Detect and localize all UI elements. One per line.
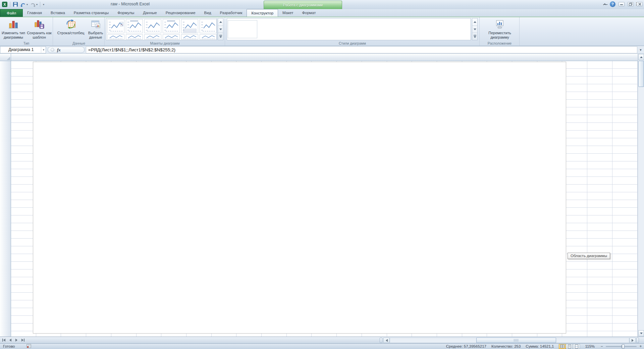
layouts-scroll-up-icon[interactable] xyxy=(218,18,223,26)
tab-файл[interactable]: Файл xyxy=(0,9,23,17)
undo-caret-icon[interactable]: ▾ xyxy=(26,3,28,6)
zoom-level[interactable]: 115% xyxy=(585,344,595,348)
redo-icon[interactable]: ▾ xyxy=(30,1,38,8)
formula-input[interactable]: =РЯД(Лист1!$N$1;;Лист1!$N$2:$N$255;2) xyxy=(86,46,637,53)
chart-layout-thumb[interactable] xyxy=(163,19,180,33)
scroll-right-icon[interactable] xyxy=(630,338,636,343)
zoom-slider-thumb[interactable] xyxy=(622,344,625,349)
move-chart-button[interactable]: Переместить диаграмму xyxy=(484,18,516,41)
horizontal-scroll-thumb[interactable] xyxy=(476,338,556,343)
select-data-button[interactable]: Выбрать данные xyxy=(88,18,104,41)
layouts-more-icon[interactable] xyxy=(218,33,223,40)
tab-формат[interactable]: Формат xyxy=(298,9,320,17)
contextual-tab-banner: Работа с диаграммами xyxy=(264,1,342,9)
column-headers xyxy=(11,54,638,61)
tab-данные[interactable]: Данные xyxy=(139,9,161,17)
expand-formula-bar-icon[interactable]: ▼ xyxy=(638,47,643,53)
chart-layout-thumb[interactable] xyxy=(144,19,161,33)
quick-access-toolbar: X ▾ ▾ ▾ xyxy=(1,1,45,8)
chart-layout-thumb-row2[interactable] xyxy=(144,34,161,40)
save-as-template-button[interactable]: Сохранить как шаблон xyxy=(26,18,52,41)
status-count: Количество: 253 xyxy=(491,344,521,348)
cancel-entry-icon xyxy=(51,48,54,52)
switch-row-column-button[interactable]: Строка/столбец xyxy=(54,18,88,41)
select-all-corner[interactable] xyxy=(0,54,11,61)
tab-разработчик[interactable]: Разработчик xyxy=(215,9,247,17)
styles-scroll-up-icon[interactable] xyxy=(472,18,477,26)
group-label-data: Данные xyxy=(53,41,104,45)
first-sheet-icon[interactable] xyxy=(1,338,6,343)
excel-logo-icon[interactable]: X xyxy=(1,1,8,8)
scrollbar-split-handle[interactable] xyxy=(636,338,639,343)
chart-styles-scroll xyxy=(472,18,478,40)
window-title: raw - Microsoft Excel xyxy=(111,2,150,6)
tab-формулы[interactable]: Формулы xyxy=(113,9,139,17)
fx-area: fx xyxy=(48,47,85,53)
status-bar: Готово Среднее: 57,39565217 Количество: … xyxy=(0,343,644,349)
next-sheet-icon[interactable] xyxy=(14,338,19,343)
tab-вставка[interactable]: Вставка xyxy=(46,9,69,17)
page-layout-view-icon[interactable] xyxy=(566,344,573,349)
zoom-out-icon[interactable]: − xyxy=(600,345,604,348)
tab-split-handle[interactable] xyxy=(380,338,382,343)
save-icon[interactable] xyxy=(12,1,18,8)
group-label-styles: Стили диаграмм xyxy=(225,41,479,45)
chart-layout-thumb[interactable] xyxy=(107,19,124,33)
chart-area[interactable] xyxy=(33,62,566,334)
chart-layout-thumb-row2[interactable] xyxy=(107,34,124,40)
chart-styles-gallery xyxy=(227,18,471,40)
chart-layout-thumb-row2[interactable] xyxy=(126,34,143,40)
previous-sheet-icon[interactable] xyxy=(7,338,13,343)
view-shortcuts xyxy=(559,344,580,349)
tab-вид[interactable]: Вид xyxy=(200,9,216,17)
customize-qat-icon[interactable]: ▾ xyxy=(43,1,45,8)
scroll-left-icon[interactable] xyxy=(383,338,389,343)
layouts-scroll-down-icon[interactable] xyxy=(218,26,223,33)
redo-caret-icon[interactable]: ▾ xyxy=(36,3,38,6)
workbook-close-icon[interactable] xyxy=(637,2,643,6)
chart-layout-thumb[interactable] xyxy=(126,19,143,33)
workbook-restore-icon[interactable] xyxy=(628,2,634,6)
last-sheet-icon[interactable] xyxy=(20,338,25,343)
chart-layout-thumb-row2[interactable] xyxy=(163,34,180,40)
vertical-scrollbar[interactable] xyxy=(638,54,644,337)
save-as-template-icon xyxy=(34,18,45,30)
tab-конструктор[interactable]: Конструктор xyxy=(247,9,278,17)
normal-view-icon[interactable] xyxy=(559,344,566,349)
status-average: Среднее: 57,39565217 xyxy=(446,344,486,348)
chart-layout-thumb-row2[interactable] xyxy=(181,34,198,40)
zoom-in-icon[interactable]: + xyxy=(639,345,643,348)
workbook-minimize-icon[interactable] xyxy=(619,2,625,6)
select-data-icon xyxy=(90,18,101,30)
zoom-slider-track[interactable] xyxy=(606,346,637,347)
styles-more-icon[interactable] xyxy=(472,33,477,40)
chart-layout-thumb[interactable] xyxy=(200,19,217,33)
sheet-nav-buttons xyxy=(1,338,25,343)
insert-function-icon[interactable]: fx xyxy=(57,47,61,53)
undo-icon[interactable]: ▾ xyxy=(20,1,28,8)
tab-рецензирование[interactable]: Рецензирование xyxy=(161,9,200,17)
tab-разметка-страницы[interactable]: Разметка страницы xyxy=(69,9,113,17)
tab-главная[interactable]: Главная xyxy=(23,9,46,17)
excel-window: X ▾ ▾ ▾ raw - Microsoft Excel — ✕ Работа… xyxy=(0,0,644,349)
help-icon[interactable]: ? xyxy=(610,1,615,7)
styles-scroll-down-icon[interactable] xyxy=(472,26,477,33)
group-data: Строка/столбец Выбрать данные Данные xyxy=(53,17,105,46)
name-box[interactable]: Диаграмма 1 xyxy=(0,46,46,53)
scroll-down-icon[interactable] xyxy=(638,330,644,336)
chart-canvas xyxy=(33,62,566,333)
chart-layout-thumb[interactable] xyxy=(181,19,198,33)
chart-layout-thumb-row2[interactable] xyxy=(200,34,217,40)
vertical-scroll-thumb[interactable] xyxy=(638,61,644,87)
change-chart-type-button[interactable]: Изменить тип диаграммы xyxy=(1,18,26,41)
move-chart-icon xyxy=(494,18,505,30)
page-break-view-icon[interactable] xyxy=(573,344,580,349)
ribbon: Изменить тип диаграммы Сохранить как шаб… xyxy=(0,17,644,46)
collapse-ribbon-icon[interactable] xyxy=(603,1,607,7)
macro-record-icon[interactable] xyxy=(26,344,31,349)
tab-макет[interactable]: Макет xyxy=(278,9,298,17)
name-box-dropdown-icon[interactable]: ▾ xyxy=(41,46,46,53)
scroll-up-icon[interactable] xyxy=(638,54,644,60)
chart-style-thumb-1[interactable] xyxy=(228,20,257,38)
change-chart-type-icon xyxy=(8,18,19,30)
